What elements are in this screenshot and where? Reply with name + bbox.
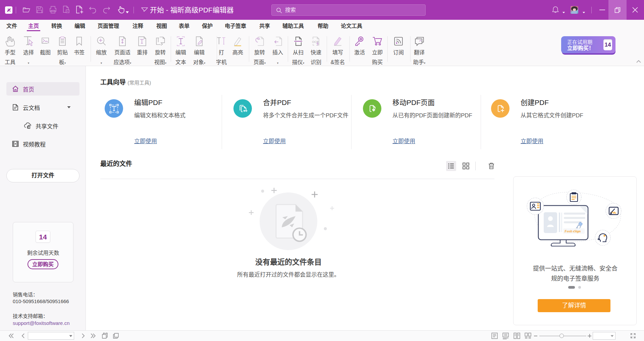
svg-text:Foxit eSign: Foxit eSign	[564, 229, 581, 233]
svg-text:A: A	[419, 39, 422, 42]
